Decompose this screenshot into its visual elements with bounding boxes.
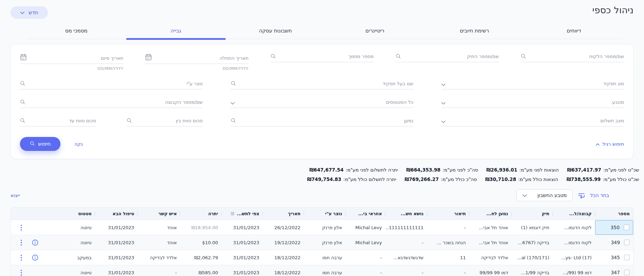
field-end-date: תאריך סיוםDD/MM/YYYY: [20, 53, 123, 71]
table-row[interactable]: 350לקוח הדגמו...תיק דוגמא (1)אוהד תל אבי…: [11, 220, 633, 235]
tab-retainers[interactable]: ריטיינרים: [325, 24, 425, 39]
field-amount-to-input[interactable]: סכום טווח עד: [20, 118, 96, 126]
column-header-responsible: אחראי בי...: [346, 211, 385, 216]
row-checkbox[interactable]: [624, 270, 630, 275]
cell-due: 31/01/2023: [222, 265, 263, 276]
column-filter-icon[interactable]: [231, 212, 234, 215]
column-header-label: קבוצה/ל...: [569, 211, 592, 216]
cell-next: 31/01/2023: [95, 265, 138, 276]
search-button[interactable]: חיפוש: [20, 137, 60, 151]
column-header-label: טיפול הבא: [113, 211, 134, 216]
row-checkbox[interactable]: [624, 255, 630, 260]
table-row[interactable]: 345ys- Ltd (17)...al (170/171)...אלדד לב…: [11, 250, 633, 265]
simple-search-toggle[interactable]: חיפוש רגיל: [596, 141, 624, 147]
field-label: תאריך התחלה: [219, 55, 248, 61]
field-created-by-input[interactable]: נוצר ע"י: [20, 81, 203, 89]
search-icon: [270, 53, 276, 59]
summary-line-2: שכ"ט כולל מע"מ:₪738,555.99הוצאות כולל מע…: [10, 175, 639, 184]
tab-label: דיווחים: [567, 28, 581, 34]
tab-label: חשבונות עסקה: [259, 28, 292, 34]
summary-item: הוצאות כולל מע"מ:₪30,710.28: [485, 175, 558, 184]
info-icon[interactable]: [32, 239, 38, 246]
field-label: שם בעל תפקיד: [383, 81, 413, 86]
cell-status: במעקב: [55, 250, 95, 265]
column-header-next: טיפול הבא: [95, 211, 138, 216]
row-checkbox[interactable]: [624, 240, 630, 245]
clear-button[interactable]: נקה: [74, 141, 83, 147]
cell-actions: [11, 235, 55, 250]
tab-collection[interactable]: גבייה: [126, 24, 226, 39]
cell-actions: [11, 250, 55, 265]
kebab-menu-icon[interactable]: [20, 239, 23, 246]
chevron-down-icon: [441, 102, 446, 105]
new-button[interactable]: חדש: [10, 6, 48, 19]
cell-contact: -: [138, 265, 180, 276]
kebab-menu-icon[interactable]: [20, 224, 23, 231]
tab-reports[interactable]: דיווחים: [524, 24, 624, 39]
summary-label: שכ"ט כולל מע"מ:: [603, 175, 639, 184]
cell-contact: אלדד לבדיקה: [138, 250, 180, 265]
tab-tax-documents[interactable]: מסמכי מס: [27, 24, 126, 39]
field-label: שם/מספר הקבוצה: [165, 99, 203, 105]
table-row[interactable]: 349לקוח הדגמו...בדיקה (6767...אוהד תל אב…: [11, 235, 633, 250]
cell-contact: אוהד: [138, 235, 180, 250]
account-currency-dropdown[interactable]: מטבע החשבון: [516, 189, 573, 201]
row-checkbox[interactable]: [624, 225, 629, 230]
form-row: מטבעכל הסטטוסיםשם/מספר הקבוצה: [20, 99, 624, 108]
field-start-date-input[interactable]: תאריך התחלה: [145, 53, 248, 64]
select-all-icon[interactable]: [578, 192, 585, 199]
table-row[interactable]: 347דמו 99 (99/...בדיקה 1/99...דמו 99 99/…: [11, 265, 633, 276]
field-role-holder: שם בעל תפקיד: [231, 81, 413, 89]
field-recipient-input[interactable]: נמען: [231, 118, 413, 126]
field-currency-input[interactable]: מטבע: [441, 99, 624, 108]
field-role-holder-input[interactable]: שם בעל תפקיד: [231, 81, 413, 89]
info-icon[interactable]: [32, 254, 38, 261]
kebab-menu-icon[interactable]: [20, 269, 23, 276]
field-payment-status-input[interactable]: מצב תשלום: [441, 118, 624, 126]
field-label: סכום טווח עד: [69, 118, 96, 123]
cell-description: -: [427, 220, 469, 235]
column-header-case: תיק: [512, 211, 553, 216]
tab-label: מסמכי מס: [65, 28, 88, 34]
tab-transaction-accounts[interactable]: חשבונות עסקה: [226, 24, 325, 39]
search-form-rows: שם/מספר הלקוחשם/מספר התיקמספר מסמךתאריך …: [20, 53, 624, 126]
field-created-by: נוצר ע"י: [20, 81, 203, 89]
chevron-down-icon: [441, 83, 446, 86]
field-group-input[interactable]: שם/מספר הקבוצה: [20, 99, 203, 108]
field-document-number-input[interactable]: מספר מסמך: [270, 53, 374, 62]
form-row: מצב תשלוםנמעןסכום טווח ביןסכום טווח עד: [20, 118, 624, 126]
search-icon: [521, 53, 526, 59]
field-case-input[interactable]: שם/מספר התיק: [396, 53, 499, 62]
column-header-label: תיק: [542, 211, 549, 216]
field-end-date-input[interactable]: תאריך סיום: [20, 53, 123, 64]
summary-item: יתרה לתשלום כולל מע"מ:₪749,754.83: [307, 175, 396, 184]
cell-group: לקוח הדגמו...: [553, 235, 595, 250]
select-all-button[interactable]: בחר הכל: [590, 193, 609, 198]
export-link[interactable]: ייצוא: [10, 193, 20, 198]
cell-status: טיוטה: [55, 220, 95, 235]
field-start-date: תאריך התחלהDD/MM/YYYY: [145, 53, 248, 71]
column-header-label: סטטוס: [78, 211, 92, 216]
table-body: 350לקוח הדגמו...תיק דוגמא (1)אוהד תל אבי…: [11, 220, 633, 276]
column-header-label: תיאור: [454, 211, 466, 216]
cell-description: -: [427, 265, 469, 276]
cell-balance: ₪2,062.79: [180, 250, 222, 265]
cell-subject: -: [385, 265, 427, 276]
tab-charges-list[interactable]: רשימת חיובים: [425, 24, 524, 39]
column-header-label: אחראי בי...: [358, 211, 382, 216]
cell-case: בדיקה (6767...: [512, 235, 553, 250]
field-statuses-input[interactable]: כל הסטטוסים: [231, 99, 413, 108]
summary-value: ₪647,677.54: [310, 165, 344, 175]
topbar: ניהול כספי חדש: [0, 0, 644, 19]
kebab-menu-icon[interactable]: [20, 254, 23, 261]
field-client-input[interactable]: שם/מספר הלקוח: [521, 53, 624, 62]
cell-number: 347: [595, 265, 633, 276]
field-document-number: מספר מסמך: [270, 53, 374, 62]
chevron-down-icon: [441, 121, 446, 123]
field-label: שם/מספר התיק: [467, 53, 499, 59]
row-number: 350: [610, 225, 620, 230]
collection-table: מספרקבוצה/ל...תיקנמען לח...תיאורנושא חש.…: [10, 207, 634, 276]
field-amount-between-input[interactable]: סכום טווח בין: [126, 118, 203, 126]
tab-label: גבייה: [171, 28, 181, 34]
field-role-type-input[interactable]: סוג תפקיד: [441, 81, 624, 89]
